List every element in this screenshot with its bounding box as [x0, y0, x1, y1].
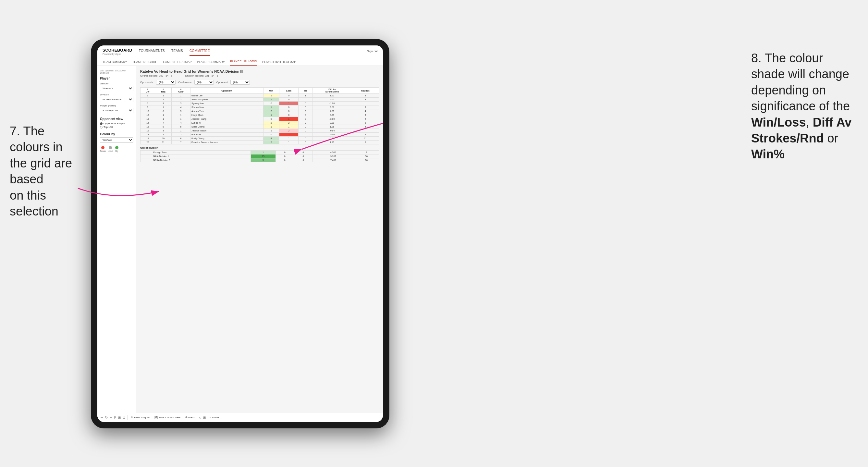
step-back-icon[interactable]: ↩ — [110, 416, 112, 419]
table-row: 5 2 2 Alexis Sudjianto 1 0 0 4.00 3 — [141, 98, 379, 101]
ood-cell-tie: 0 — [294, 158, 312, 162]
redo-icon[interactable]: ↻ — [105, 416, 108, 419]
cell-loss: 2 — [279, 129, 299, 133]
cell-tie: 0 — [299, 121, 312, 125]
sidebar-player-title: Player — [100, 76, 133, 80]
cell-tie: 0 — [299, 113, 312, 117]
cell-opponent: Sydney Kuo — [190, 101, 263, 105]
cell-opponent: Emily Chang — [190, 136, 263, 141]
ood-cell-loss: 0 — [276, 154, 294, 158]
annotation-bold-win-loss: Win/Loss — [751, 116, 806, 129]
ood-cell-empty — [141, 151, 152, 154]
col-div: #Div — [141, 88, 155, 94]
table-row: 20 11 7 Federica Domecq Lacroze 2 1 0 1.… — [141, 141, 379, 145]
copy-icon[interactable]: ⎘ — [114, 416, 116, 419]
cell-reg: 1 — [155, 94, 172, 98]
cell-tie: 0 — [299, 141, 312, 145]
sidebar-gender-label: Gender — [100, 82, 133, 85]
opponents-played-option[interactable]: Opponents Played — [100, 122, 133, 125]
cell-reg: 6 — [155, 110, 172, 113]
cell-win: 2 — [263, 110, 279, 113]
paste-icon[interactable]: ⊞ — [118, 416, 121, 419]
cell-opponent: Jessica Mason — [190, 129, 263, 133]
cell-win: 0 — [263, 101, 279, 105]
col-rounds: Rounds — [352, 88, 379, 94]
grid-icon[interactable]: ⊞ — [203, 416, 206, 419]
filter-opponent-select[interactable]: (All) — [230, 80, 250, 85]
cell-win: 1 — [263, 125, 279, 129]
opponent-view-title: Opponent view — [100, 117, 133, 121]
cell-conf: 1 — [172, 113, 190, 117]
sidebar-player-rank-select[interactable]: 8. Katelyn Vo — [100, 108, 133, 113]
ood-table-row: NAIA Division 1 15 0 0 9.267 30 — [141, 154, 379, 158]
undo-icon[interactable]: ↩ — [101, 416, 103, 419]
cell-conf: 1 — [172, 94, 190, 98]
ood-cell-label: Foreign Team — [152, 151, 251, 154]
filter-conference-select[interactable]: (All) — [194, 80, 214, 85]
ood-cell-tie: 0 — [294, 154, 312, 158]
opponents-played-radio[interactable] — [100, 122, 102, 125]
grid-title: Katelyn Vo Head-to-Head Grid for Women's… — [140, 69, 379, 73]
filter-opponents-select[interactable]: (All) — [156, 80, 176, 85]
cell-reg: 11 — [155, 141, 172, 145]
cell-rounds: 6 — [352, 141, 379, 145]
sidebar-player-rank-label: Player (Rank) — [100, 104, 133, 107]
grid-records: Overall Record: 353 - 34 - 6 Division Re… — [140, 74, 379, 77]
cell-win: 0 — [263, 133, 279, 136]
main-content: Last Updated: 27/03/2024 16:55:38 Player… — [97, 66, 383, 413]
colour-by-title: Colour by — [100, 132, 133, 136]
ood-cell-diff: 9.267 — [312, 154, 354, 158]
nav-teams[interactable]: TEAMS — [171, 46, 183, 56]
sidebar-gender-select[interactable]: Women's — [100, 86, 133, 91]
table-row: 18 2 2 Euna Lee 0 2 0 -5.00 2 — [141, 133, 379, 136]
cell-rounds: 11 — [352, 136, 379, 141]
sub-nav-player-h2h-grid[interactable]: PLAYER H2H GRID — [230, 60, 257, 66]
top100-radio[interactable] — [100, 126, 102, 128]
cell-div: 15 — [141, 125, 155, 129]
division-record-label: Division Record: 331 - 34 - 6 — [185, 74, 218, 77]
overall-record-label: Overall Record: 353 - 34 - 6 — [140, 74, 172, 77]
colour-by-select[interactable]: Win/loss — [100, 137, 133, 143]
cell-loss: 1 — [279, 117, 299, 121]
grid-area: Katelyn Vo Head-to-Head Grid for Women's… — [136, 66, 383, 413]
sidebar-division-select[interactable]: NCAA Division III — [100, 97, 133, 102]
cell-div: 20 — [141, 141, 155, 145]
legend-down-dot — [101, 146, 104, 149]
table-row: 15 8 5 Stella Cheng 1 1 0 1.25 4 — [141, 125, 379, 129]
sub-nav-player-h2h-heatmap[interactable]: PLAYER H2H HEATMAP — [262, 60, 296, 66]
arrow-left-icon[interactable]: ◁ — [198, 416, 201, 419]
sub-nav-team-h2h-grid[interactable]: TEAM H2H GRID — [132, 60, 156, 66]
save-custom-btn[interactable]: 💾 Save Custom View — [153, 415, 181, 419]
cell-conf: 3 — [172, 110, 190, 113]
cell-loss: 0 — [279, 98, 299, 101]
sub-nav-player-summary[interactable]: PLAYER SUMMARY — [197, 60, 225, 66]
cell-win: 1 — [263, 129, 279, 133]
logo-sub: Powered by clippd — [102, 53, 134, 55]
sub-nav-team-summary[interactable]: TEAM SUMMARY — [102, 60, 127, 66]
cell-loss: 0 — [279, 105, 299, 110]
nav-committee[interactable]: COMMITTEE — [189, 46, 210, 56]
clock-icon[interactable]: ⊙ — [123, 416, 125, 419]
ood-cell-diff: 4.500 — [312, 151, 354, 154]
top100-option[interactable]: Top 100 — [100, 126, 133, 128]
sign-out[interactable]: | Sign out — [365, 50, 378, 53]
cell-tie: 0 — [299, 125, 312, 129]
cell-diff: 4.00 — [312, 110, 352, 113]
cell-reg: 1 — [155, 117, 172, 121]
view-original-btn[interactable]: 👁 View: Original — [129, 415, 151, 419]
cell-diff: -3.00 — [312, 117, 352, 121]
view-icon: 👁 — [131, 416, 133, 419]
cell-diff: 3.67 — [312, 105, 352, 110]
out-of-division-header: Out of division — [140, 145, 379, 150]
watch-btn[interactable]: 👁 Watch — [184, 415, 197, 419]
col-conf: #Conf — [172, 88, 190, 94]
table-row: 14 7 4 Eunice Yi 2 2 0 0.38 9 — [141, 121, 379, 125]
cell-opponent: Sharon Mun — [190, 105, 263, 110]
legend-up-dot — [115, 146, 118, 149]
nav-tournaments[interactable]: TOURNAMENTS — [139, 46, 165, 56]
share-btn[interactable]: ↗ Share — [208, 415, 220, 419]
cell-conf: 6 — [172, 136, 190, 141]
sub-nav-team-h2h-heatmap[interactable]: TEAM H2H HEATMAP — [161, 60, 192, 66]
share-icon: ↗ — [209, 416, 211, 419]
cell-diff: -0.94 — [312, 129, 352, 133]
